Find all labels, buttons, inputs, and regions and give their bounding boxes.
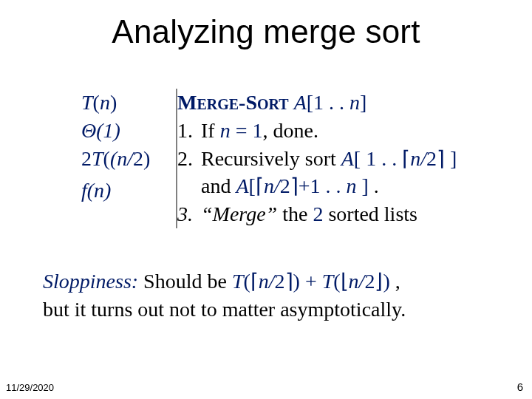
cost-2T: T: [92, 147, 103, 170]
slop-n1: n/: [259, 270, 275, 293]
s3-two: 2: [313, 202, 323, 225]
slide-title: Analyzing merge sort: [0, 13, 532, 50]
slop-plus: +: [300, 270, 322, 293]
s2-A1: A: [341, 147, 354, 170]
slop-arg2: (⌊n/2⌋): [333, 270, 389, 293]
slop-n2: n/: [349, 270, 365, 293]
algo-header: Merge-Sort A[1 . . n]: [177, 89, 457, 117]
slop-label: Sloppiness:: [43, 270, 138, 293]
s1-done: , done.: [262, 119, 318, 142]
slop-arg1: (⌈n/2⌉): [243, 270, 299, 293]
s2-n2: n/: [264, 174, 280, 197]
s3-merge: “Merge”: [201, 202, 277, 225]
s2-A2: A: [236, 174, 248, 197]
cost-line-3: 2T((n/2): [81, 145, 176, 173]
s2-and: and: [201, 174, 236, 197]
algo-name-sc: Merge-Sort: [177, 91, 294, 114]
cost-Targ: (n): [93, 91, 117, 114]
footer-page: 6: [517, 381, 523, 393]
footer-date: 11/29/2020: [6, 382, 54, 393]
algo-end: ]: [360, 91, 366, 114]
cost-line-4: f(n): [81, 177, 176, 205]
algo-rng: [1 . .: [307, 91, 349, 114]
slop-T1: T: [232, 270, 244, 293]
s2-n1: n/: [410, 147, 426, 170]
cost-T-n: n: [100, 91, 110, 114]
cost-column: T(n) Θ(1) 2T((n/2) f(n): [81, 89, 177, 228]
s3-rest: sorted lists: [323, 202, 417, 225]
step-1: If n = 1, done.: [198, 117, 457, 145]
slop-a: Should be: [138, 270, 232, 293]
s1-if: If: [201, 119, 220, 142]
algorithm-block: T(n) Θ(1) 2T((n/2) f(n) Merge-Sort A[1 .…: [81, 89, 495, 228]
step-list: If n = 1, done. Recursively sort A[ 1 . …: [198, 117, 457, 228]
algo-table: T(n) Θ(1) 2T((n/2) f(n) Merge-Sort A[1 .…: [81, 89, 457, 228]
slide: Analyzing merge sort T(n) Θ(1) 2T((n/2) …: [0, 0, 532, 399]
cost-n2a: (n/: [110, 147, 133, 170]
s3-the: the: [277, 202, 313, 225]
s2-rec: Recursively sort: [201, 147, 341, 170]
pseudocode-column: Merge-Sort A[1 . . n] If n = 1, done. Re…: [177, 89, 457, 228]
s2-n3: n: [346, 174, 356, 197]
step-2: Recursively sort A[ 1 . . ⌈n/2⌉ ] and A[…: [198, 145, 457, 201]
cost-T: T: [81, 91, 93, 114]
sloppiness-note: Sloppiness: Should be T(⌈n/2⌉) + T(⌊n/2⌋…: [43, 267, 494, 324]
step-3: “Merge” the 2 sorted lists: [198, 200, 457, 228]
s1-n: n: [220, 119, 231, 142]
slop-line2: but it turns out not to matter asymptoti…: [43, 298, 406, 321]
s1-eq1: = 1: [231, 119, 263, 142]
s2-r1: [ 1 . . ⌈n/2⌉ ]: [354, 147, 457, 170]
cost-n2b: 2): [133, 147, 150, 170]
algo-A: A: [294, 91, 307, 114]
cost-2: 2: [81, 147, 92, 170]
cost-line-2: Θ(1): [81, 117, 176, 145]
algo-name: Merge-Sort: [177, 91, 294, 114]
slop-T2: T: [322, 270, 334, 293]
cost-theta: Θ(1): [81, 119, 120, 142]
algo-n: n: [349, 91, 360, 114]
cost-2T-arg: ((n/2): [103, 147, 151, 170]
cost-line-1: T(n): [81, 89, 176, 117]
s2-r2: [⌈n/2⌉+1 . . n ]: [249, 174, 369, 197]
